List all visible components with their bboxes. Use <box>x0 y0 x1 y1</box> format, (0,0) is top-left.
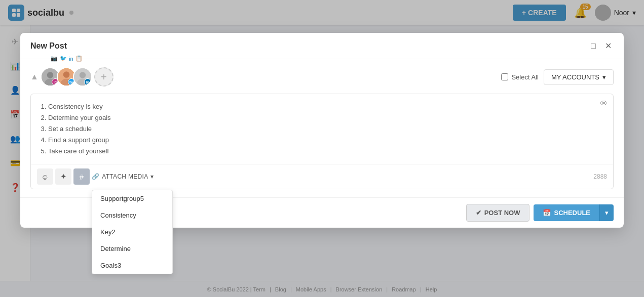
select-all-checkbox[interactable] <box>501 73 508 80</box>
close-button[interactable]: ✕ <box>603 40 614 52</box>
hashtag-item-5[interactable]: Goals3 <box>92 257 172 274</box>
emoji-button[interactable]: ☺ <box>37 168 53 185</box>
attach-link-icon: 🔗 <box>92 173 99 180</box>
post-toolbar: ☺ ✦ # 🔗 ATTACH MEDIA ▾ 2888 <box>31 164 613 189</box>
post-line-1: Consistency is key <box>48 101 606 112</box>
post-now-label: POST NOW <box>484 209 520 217</box>
account-avatar-3[interactable]: in <box>73 67 92 87</box>
post-now-button[interactable]: ✔ POST NOW <box>466 204 530 222</box>
post-line-3: Set a schedule <box>48 123 606 135</box>
post-line-5: Take care of yourself <box>48 146 606 157</box>
minimize-button[interactable]: □ <box>589 40 598 52</box>
attach-media-arrow: ▾ <box>150 173 154 180</box>
post-line-4: Find a support group <box>48 135 606 146</box>
account-avatars: ▲ ig tw <box>30 67 113 87</box>
modal-controls: □ ✕ <box>589 40 614 52</box>
hashtag-item-1[interactable]: Supportgroup5 <box>92 190 172 207</box>
ai-button[interactable]: ✦ <box>55 168 71 185</box>
hashtag-dropdown: Supportgroup5 Consistency Key2 Determine… <box>92 190 173 274</box>
post-now-check-icon: ✔ <box>476 209 481 217</box>
toolbar-left: ☺ ✦ # 🔗 ATTACH MEDIA ▾ <box>37 168 154 185</box>
modal-body: ▲ ig tw <box>20 59 624 197</box>
char-count: 2888 <box>593 173 607 180</box>
modal-title: New Post <box>30 41 67 51</box>
post-textarea-wrap: Consistency is key Determine your goals … <box>30 94 614 189</box>
hashtag-item-4[interactable]: Determine <box>92 240 172 257</box>
new-post-modal: New Post □ ✕ ▲ ig <box>20 33 624 228</box>
add-account-button[interactable]: + <box>94 67 113 87</box>
select-all-label: Select All <box>511 73 538 81</box>
account-badge-linkedin: in <box>84 78 91 86</box>
attach-media-button[interactable]: 🔗 ATTACH MEDIA ▾ <box>92 173 154 180</box>
schedule-label: SCHEDULE <box>554 209 590 217</box>
svg-point-11 <box>80 72 86 78</box>
eye-icon[interactable]: 👁 <box>600 99 608 108</box>
post-line-2: Determine your goals <box>48 112 606 123</box>
select-all-wrap: Select All <box>501 73 538 81</box>
hashtag-item-3[interactable]: Key2 <box>92 224 172 240</box>
svg-point-8 <box>63 71 70 78</box>
account-right: Select All MY ACCOUNTS ▾ <box>501 69 614 85</box>
schedule-button-group: 📅 SCHEDULE ▾ <box>534 204 614 221</box>
hashtag-item-2[interactable]: Consistency <box>92 207 172 224</box>
schedule-dropdown-button[interactable]: ▾ <box>599 204 614 221</box>
svg-point-5 <box>47 72 54 78</box>
accounts-up-button[interactable]: ▲ <box>30 72 39 81</box>
hashtag-button[interactable]: # <box>73 168 90 185</box>
account-row: ▲ ig tw <box>30 67 614 87</box>
attach-media-label: ATTACH MEDIA <box>102 173 148 180</box>
schedule-button[interactable]: 📅 SCHEDULE <box>534 204 599 221</box>
post-content[interactable]: Consistency is key Determine your goals … <box>31 94 613 164</box>
modal-header: New Post □ ✕ <box>20 33 624 59</box>
my-accounts-button[interactable]: MY ACCOUNTS ▾ <box>544 69 614 85</box>
schedule-calendar-icon: 📅 <box>543 209 551 217</box>
